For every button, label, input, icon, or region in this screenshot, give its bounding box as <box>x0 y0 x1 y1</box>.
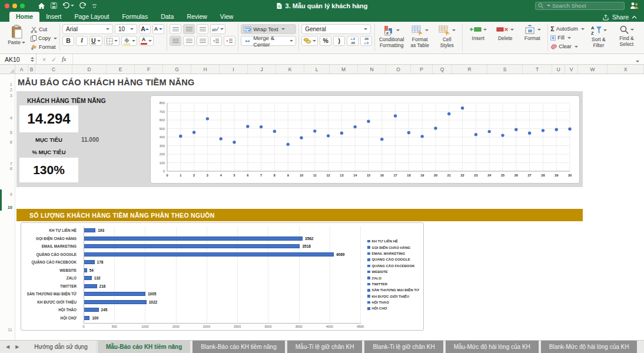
conditional-formatting-dropdown-icon[interactable] <box>396 29 400 31</box>
paste-dropdown-icon[interactable] <box>22 42 25 44</box>
column-header-c[interactable]: C <box>35 65 72 74</box>
find-select-dropdown-icon[interactable] <box>630 29 634 31</box>
column-header-i[interactable]: I <box>220 65 248 74</box>
sheet-tab-blank-bao-cao-kh-tiem-nang[interactable]: Blank-Báo cáo KH tiềm năng <box>192 341 284 353</box>
column-header-r[interactable]: R <box>452 65 487 74</box>
wrap-text-button[interactable]: Wrap Text <box>241 24 296 34</box>
increase-indent-button[interactable] <box>224 36 235 46</box>
next-sheet-icon[interactable]: ▶ <box>15 344 19 349</box>
scatter-chart[interactable]: 0100200300400500600700800012345678910111… <box>150 95 580 184</box>
comma-format-button[interactable]: ) <box>333 36 345 46</box>
clear-button[interactable]: Clear <box>550 42 585 51</box>
italic-button[interactable]: I <box>76 36 88 46</box>
column-header-m[interactable]: M <box>330 65 358 74</box>
column-header-v[interactable]: V <box>565 65 578 74</box>
column-header-h[interactable]: H <box>191 65 220 74</box>
format-as-table-button[interactable]: Format as Table <box>407 24 433 49</box>
delete-cells-button[interactable]: Delete <box>492 24 518 42</box>
prev-sheet-icon[interactable]: ◀ <box>6 344 9 349</box>
bold-button[interactable]: B <box>62 36 74 46</box>
customize-toolbar-icon[interactable] <box>92 3 97 9</box>
column-header-p[interactable]: P <box>411 65 433 74</box>
worksheet[interactable]: 1234567891011 MẪU BÁO CÁO KHÁCH HÀNG TIỀ… <box>0 74 644 340</box>
name-box[interactable]: AK10 <box>0 54 36 64</box>
row-header-1[interactable]: 1 <box>10 82 12 87</box>
row-header-5[interactable]: 5 <box>10 130 12 135</box>
fill-button[interactable]: Fill <box>550 34 585 42</box>
ribbon-tab-page-layout[interactable]: Page Layout <box>68 12 115 22</box>
find-select-button[interactable]: Find & Select <box>613 24 640 48</box>
format-painter-button[interactable]: Format <box>31 43 57 51</box>
insert-cells-button[interactable]: Insert <box>465 24 491 42</box>
sheet-tab-mau-bao-cao-kh-tiem-nang[interactable]: Mẫu-Báo cáo KH tiềm năng <box>98 341 190 353</box>
ribbon-collapse-icon[interactable] <box>632 15 637 19</box>
sheet-tab-mau-ti-le-giu-chan-kh[interactable]: Mẫu-Ti lệ giữ chân KH <box>287 341 363 353</box>
column-header-x[interactable]: X <box>608 65 644 74</box>
column-header-a[interactable]: A <box>15 65 28 74</box>
redo-icon[interactable] <box>79 2 87 9</box>
font-color-button[interactable]: A <box>139 36 154 46</box>
home-icon[interactable] <box>38 2 45 9</box>
row-header-9[interactable]: 9 <box>10 192 12 197</box>
ribbon-tab-review[interactable]: Review <box>180 12 213 22</box>
search-sheet-input[interactable]: Search Sheet <box>535 2 625 10</box>
copy-dropdown-icon[interactable] <box>54 38 57 39</box>
orientation-button[interactable]: ab <box>210 24 225 34</box>
select-all-corner[interactable] <box>0 65 15 74</box>
format-cells-dropdown-icon[interactable] <box>537 29 541 31</box>
column-header-s[interactable]: S <box>487 65 523 74</box>
format-as-table-dropdown-icon[interactable] <box>425 29 429 31</box>
minimize-window-button[interactable] <box>12 4 17 8</box>
column-header-t[interactable]: T <box>523 65 552 74</box>
borders-button[interactable] <box>104 36 119 46</box>
formula-input[interactable] <box>73 54 630 64</box>
sheet-tab-huong-dan-su-dung[interactable]: Hướng dẫn sử dụng <box>26 341 97 353</box>
enter-icon[interactable]: ✓ <box>51 56 57 63</box>
formula-bar-expand-icon[interactable] <box>630 54 644 65</box>
sheet-tab-blank-muc-do-hai-long-cua-kh[interactable]: Blank-Mức độ hài lòng của KH <box>541 341 638 353</box>
save-icon[interactable] <box>51 2 57 9</box>
decrease-decimal-button[interactable]: .00+.0 <box>360 36 372 46</box>
name-box-stepper[interactable] <box>31 57 34 62</box>
sheet-tab-blank-ti-le-giu-chan-kh[interactable]: Blank-Ti lệ giữ chân KH <box>364 341 443 353</box>
conditional-formatting-button[interactable]: ≠ Conditional Formatting <box>377 24 406 49</box>
row-header-11[interactable]: 11 <box>8 327 12 332</box>
align-center-button[interactable] <box>183 36 195 46</box>
column-header-o[interactable]: O <box>386 65 411 74</box>
insert-cells-dropdown-icon[interactable] <box>483 29 487 31</box>
grow-font-button[interactable]: A <box>139 24 151 34</box>
align-right-button[interactable] <box>197 36 208 46</box>
column-header-l[interactable]: L <box>304 65 330 74</box>
autosum-button[interactable]: Σ AutoSum <box>550 25 585 33</box>
paste-button[interactable]: Paste <box>4 24 29 46</box>
column-header-n[interactable]: N <box>358 65 386 74</box>
column-header-k[interactable]: K <box>276 65 304 74</box>
align-bottom-button[interactable] <box>197 24 208 34</box>
undo-dropdown-icon[interactable] <box>71 5 74 6</box>
bar-chart[interactable]: KH TỰ LIÊN HỆ193GỌI ĐIỆN CHÀO HÀNG3562EM… <box>21 222 424 331</box>
collaborate-icon[interactable] <box>630 2 639 9</box>
ribbon-tab-home[interactable]: Home <box>9 12 39 22</box>
merge-center-button[interactable]: Merge & Center <box>241 36 296 46</box>
column-header-w[interactable]: W <box>578 65 608 74</box>
insert-function-icon[interactable]: fx <box>62 56 67 62</box>
column-header-e[interactable]: E <box>107 65 135 74</box>
column-header-j[interactable]: J <box>248 65 276 74</box>
currency-format-button[interactable] <box>301 36 318 46</box>
delete-cells-dropdown-icon[interactable] <box>510 29 514 31</box>
ribbon-tab-view[interactable]: View <box>214 12 240 22</box>
column-header-u[interactable]: U <box>552 65 565 74</box>
row-header-6[interactable]: 6 <box>10 139 12 145</box>
column-header-d[interactable]: D <box>72 65 107 74</box>
search-scope-icon[interactable] <box>547 5 550 6</box>
fill-color-button[interactable] <box>121 36 137 46</box>
add-sheet-button[interactable]: + <box>638 342 644 351</box>
column-header-b[interactable]: B <box>28 65 35 74</box>
sort-filter-dropdown-icon[interactable] <box>603 29 607 31</box>
undo-icon[interactable] <box>62 2 74 9</box>
close-window-button[interactable] <box>5 4 9 8</box>
shrink-font-button[interactable]: A <box>152 24 164 34</box>
row-header-8[interactable]: 8 <box>10 166 12 171</box>
align-top-button[interactable] <box>170 24 181 34</box>
cancel-icon[interactable]: × <box>42 56 46 63</box>
